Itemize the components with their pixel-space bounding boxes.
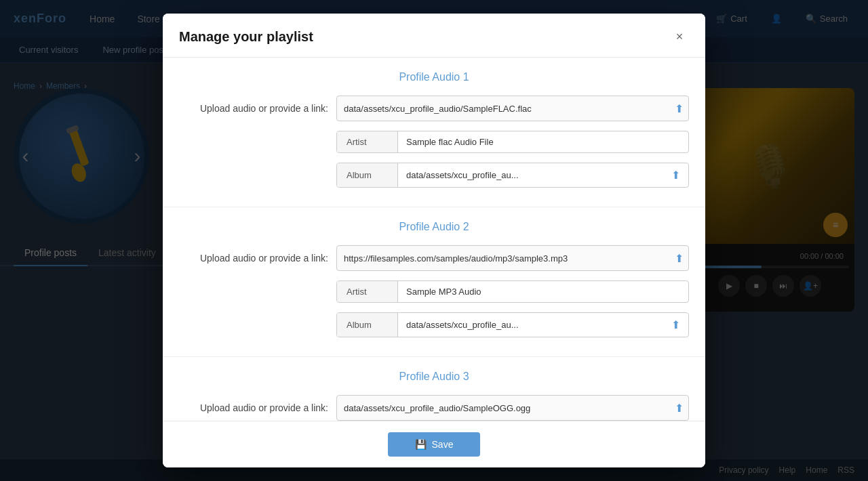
modal-header: Manage your playlist × — [163, 14, 705, 58]
audio-section-1: Profile Audio 1 Upload audio or provide … — [163, 58, 705, 207]
audio-section-2: Profile Audio 2 Upload audio or provide … — [163, 207, 705, 357]
modal-close-button[interactable]: × — [670, 27, 689, 46]
audio-1-artist-label: Artist — [337, 131, 398, 152]
audio-2-link-label: Upload audio or provide a link: — [179, 253, 328, 264]
save-icon: 💾 — [415, 439, 427, 450]
modal-body: Profile Audio 1 Upload audio or provide … — [163, 58, 705, 467]
audio-1-artist-value[interactable]: Sample flac Audio File — [398, 131, 688, 152]
modal-overlay: Manage your playlist × Profile Audio 1 U… — [0, 0, 868, 481]
audio-3-link-label: Upload audio or provide a link: — [179, 402, 328, 413]
audio-3-title: Profile Audio 3 — [179, 371, 689, 383]
audio-2-link-row: Upload audio or provide a link: ⬆ — [179, 245, 689, 271]
audio-2-meta: Artist Sample MP3 Audio Album data/asset… — [336, 280, 689, 343]
audio-1-artist-field: Artist Sample flac Audio File — [336, 131, 689, 153]
modal-footer: 💾 Save — [163, 421, 705, 467]
audio-1-album-label: Album — [337, 163, 398, 187]
audio-1-album-upload-icon[interactable]: ⬆ — [671, 169, 680, 182]
audio-3-link-input[interactable] — [336, 395, 689, 421]
audio-1-album-value[interactable]: data/assets/xcu_profile_au... ⬆ — [398, 163, 688, 187]
audio-2-album-upload-icon[interactable]: ⬆ — [671, 318, 680, 331]
audio-2-title: Profile Audio 2 — [179, 221, 689, 233]
audio-1-album-field: Album data/assets/xcu_profile_au... ⬆ — [336, 163, 689, 188]
audio-3-link-row: Upload audio or provide a link: ⬆ — [179, 395, 689, 421]
audio-1-link-input[interactable] — [336, 96, 689, 121]
audio-3-link-wrap: ⬆ — [336, 395, 689, 421]
audio-2-artist-label: Artist — [337, 281, 398, 302]
modal-title: Manage your playlist — [179, 29, 313, 45]
audio-2-album-field: Album data/assets/xcu_profile_au... ⬆ — [336, 312, 689, 337]
audio-1-link-row: Upload audio or provide a link: ⬆ — [179, 96, 689, 121]
audio-3-upload-icon[interactable]: ⬆ — [675, 402, 684, 415]
audio-2-artist-field: Artist Sample MP3 Audio — [336, 280, 689, 303]
audio-2-album-value[interactable]: data/assets/xcu_profile_au... ⬆ — [398, 313, 688, 337]
audio-1-link-label: Upload audio or provide a link: — [179, 103, 328, 114]
audio-1-link-wrap: ⬆ — [336, 96, 689, 121]
audio-2-album-label: Album — [337, 313, 398, 337]
audio-1-meta: Artist Sample flac Audio File Album data… — [336, 131, 689, 193]
audio-1-upload-icon[interactable]: ⬆ — [675, 102, 684, 115]
audio-1-title: Profile Audio 1 — [179, 71, 689, 83]
audio-2-upload-icon[interactable]: ⬆ — [675, 252, 684, 265]
audio-2-link-wrap: ⬆ — [336, 245, 689, 271]
manage-playlist-modal: Manage your playlist × Profile Audio 1 U… — [163, 14, 705, 467]
save-button[interactable]: 💾 Save — [388, 432, 481, 457]
audio-2-artist-value[interactable]: Sample MP3 Audio — [398, 281, 688, 302]
audio-2-link-input[interactable] — [336, 245, 689, 271]
